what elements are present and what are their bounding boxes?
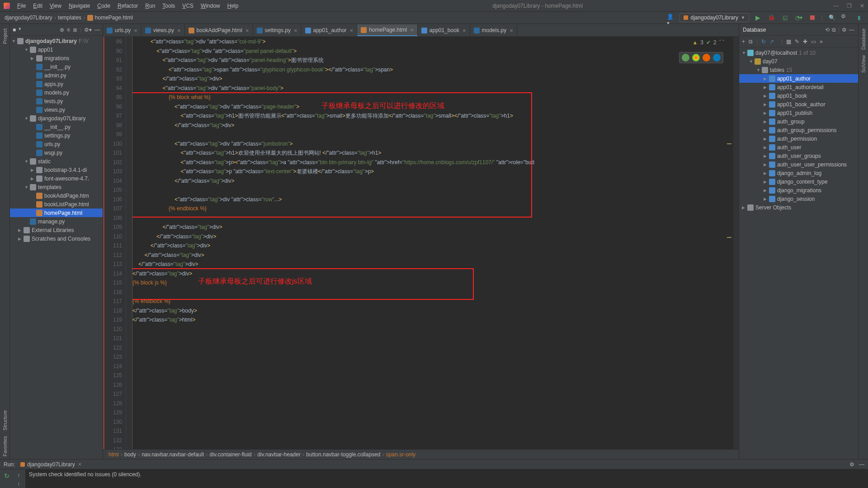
database-tool-button[interactable]: Database (861, 26, 866, 52)
close-tab-icon[interactable]: × (245, 27, 249, 34)
editor-breadcrumb-item[interactable]: div.navbar-header (257, 451, 301, 458)
error-stripe[interactable] (733, 37, 739, 449)
sync-icon[interactable]: ⟲ (825, 27, 830, 33)
tree-item[interactable]: models.py (10, 88, 103, 97)
tree-item[interactable]: admin.py (10, 71, 103, 80)
line-gutter[interactable]: 8990919293949596979899100101102103104105… (104, 37, 126, 449)
tree-item[interactable]: views.py (10, 105, 103, 114)
code-editor[interactable]: ▲3 ✔2 ˆ ˇ 子板继承母板之后可以进行修改的区域 子板继承母板之后可进行修… (132, 37, 733, 449)
key-icon[interactable]: ✚ (803, 38, 807, 45)
database-tree[interactable]: ▼day07@localhost 1 of 10▼day07▼tables 15… (739, 47, 858, 459)
editor-breadcrumb-item[interactable]: span.sr-only (386, 451, 415, 458)
close-tab-icon[interactable]: × (410, 27, 414, 33)
coverage-button[interactable]: ◱ (781, 13, 790, 22)
editor-breadcrumb-item[interactable]: nav.navbar.navbar-default (142, 451, 204, 458)
tree-item[interactable]: ▼app01 (10, 45, 103, 54)
editor-tab[interactable]: settings.py× (253, 24, 302, 36)
tree-item[interactable]: tests.py (10, 97, 103, 105)
db-table[interactable]: ▶auth_permission (739, 134, 858, 143)
settings-icon[interactable]: ⚙ (842, 27, 847, 33)
db-table[interactable]: ▶auth_user (739, 143, 858, 152)
collapse-all-icon[interactable]: ≣ (73, 27, 77, 33)
editor-breadcrumb-item[interactable]: div.container-fluid (210, 451, 252, 458)
breadcrumb-file[interactable]: homePage.html (95, 14, 133, 21)
close-tab-icon[interactable]: × (177, 27, 181, 34)
menu-help[interactable]: Help (224, 3, 242, 9)
db-table[interactable]: ▶app01_author (739, 74, 858, 83)
user-icon[interactable]: 👤▾ (667, 14, 675, 22)
tree-item[interactable]: urls.py (10, 140, 103, 148)
menu-view[interactable]: View (46, 3, 65, 9)
hide-panel-icon[interactable]: — (859, 461, 864, 468)
db-table[interactable]: ▶django_session (739, 194, 858, 203)
editor-tab[interactable]: urls.py× (103, 24, 142, 36)
tree-item[interactable]: wsgi.py (10, 148, 103, 157)
menu-tools[interactable]: Tools (159, 3, 179, 9)
tree-item[interactable]: manage.py (10, 217, 103, 226)
menu-refactor[interactable]: Refactor (114, 3, 142, 9)
editor-tab[interactable]: homePage.html× (357, 24, 418, 36)
minimize-icon[interactable]: — (833, 3, 839, 9)
menu-run[interactable]: Run (142, 3, 159, 9)
up-icon[interactable]: ↑ (17, 472, 20, 479)
breadcrumb-root[interactable]: djangoday07Library (5, 14, 52, 21)
edge-icon[interactable] (713, 54, 721, 62)
close-icon[interactable]: ✕ (860, 3, 864, 9)
jump-to-console-icon[interactable]: ↗ (769, 38, 774, 45)
editor-tab[interactable]: models.py× (470, 24, 517, 36)
chrome-icon[interactable] (692, 54, 700, 62)
editor-tab-bar[interactable]: urls.py×views.py×bookAddPage.html×settin… (103, 24, 739, 37)
menu-file[interactable]: File (14, 3, 29, 9)
tree-item[interactable]: ▼djangoday07Library (10, 114, 103, 123)
tree-item[interactable]: bookAddPage.htm (10, 191, 103, 200)
edit-icon[interactable]: ✎ (795, 38, 799, 45)
editor-tab[interactable]: views.py× (142, 24, 185, 36)
menu-window[interactable]: Window (197, 3, 224, 9)
locate-icon[interactable]: ⊕ (60, 27, 64, 33)
table-icon[interactable]: ▦ (786, 38, 791, 45)
db-table[interactable]: ▶django_admin_log (739, 169, 858, 177)
editor-breadcrumb[interactable]: html›body›nav.navbar.navbar-default›div.… (103, 449, 739, 459)
db-tables-folder[interactable]: ▼tables 15 (739, 66, 858, 74)
menu-vcs[interactable]: VCS (179, 3, 197, 9)
tree-item[interactable]: bookListPage.html (10, 200, 103, 208)
profile-button[interactable]: ◔▾ (794, 13, 803, 22)
close-tab-icon[interactable]: × (78, 461, 82, 468)
run-tool-header[interactable]: Run: djangoday07Library × ⚙ — (0, 459, 868, 469)
editor-breadcrumb-item[interactable]: body (124, 451, 136, 458)
run-button[interactable]: ▶ (754, 13, 763, 22)
tree-item[interactable]: ▶migrations (10, 54, 103, 62)
close-tab-icon[interactable]: × (509, 27, 513, 34)
db-table[interactable]: ▶auth_user_groups (739, 152, 858, 160)
db-table[interactable]: ▶auth_group_permissions (739, 126, 858, 134)
down-icon[interactable]: ↓ (17, 480, 20, 487)
db-server-objects[interactable]: ▶Server Objects (739, 203, 858, 212)
breadcrumb-folder[interactable]: templates (58, 14, 81, 21)
hide-panel-icon[interactable]: — (94, 27, 100, 33)
project-tree[interactable]: ▼ djangoday07Library F:\V ▼app01▶migrati… (10, 36, 103, 459)
settings-icon[interactable]: ⚙ (841, 13, 850, 22)
tree-item[interactable]: ▶Scratches and Consoles (10, 234, 103, 243)
sciview-tool-button[interactable]: SciView (861, 52, 866, 76)
firefox-icon[interactable] (703, 54, 710, 62)
refresh-icon[interactable]: ↻ (761, 38, 766, 45)
close-tab-icon[interactable]: × (462, 27, 466, 34)
tree-item[interactable]: ▶bootstrap-3.4.1-di (10, 166, 103, 174)
settings-icon[interactable]: ⚙▾ (84, 27, 92, 33)
hide-panel-icon[interactable]: — (849, 27, 854, 33)
run-tab-label[interactable]: djangoday07Library (27, 461, 75, 468)
favorites-tool-button[interactable]: Favorites (2, 433, 8, 459)
more-icon[interactable]: » (820, 38, 823, 45)
db-table[interactable]: ▶app01_book_author (739, 100, 858, 109)
breadcrumb[interactable]: djangoday07Library › templates › homePag… (5, 14, 133, 21)
run-output[interactable]: System check identified no issues (0 sil… (25, 469, 868, 488)
editor-breadcrumb-item[interactable]: button.navbar-toggle.collapsed (306, 451, 380, 458)
db-schema[interactable]: ▼day07 (739, 57, 858, 66)
menu-code[interactable]: Code (94, 3, 114, 9)
tree-item[interactable]: ▼templates (10, 183, 103, 191)
diff-icon[interactable]: ⧉ (832, 27, 836, 33)
project-view-dropdown[interactable]: ■▼ (13, 27, 22, 33)
editor-breadcrumb-item[interactable]: html (108, 451, 119, 458)
editor-tab[interactable]: bookAddPage.html× (185, 24, 253, 36)
db-table[interactable]: ▶django_content_type (739, 177, 858, 186)
